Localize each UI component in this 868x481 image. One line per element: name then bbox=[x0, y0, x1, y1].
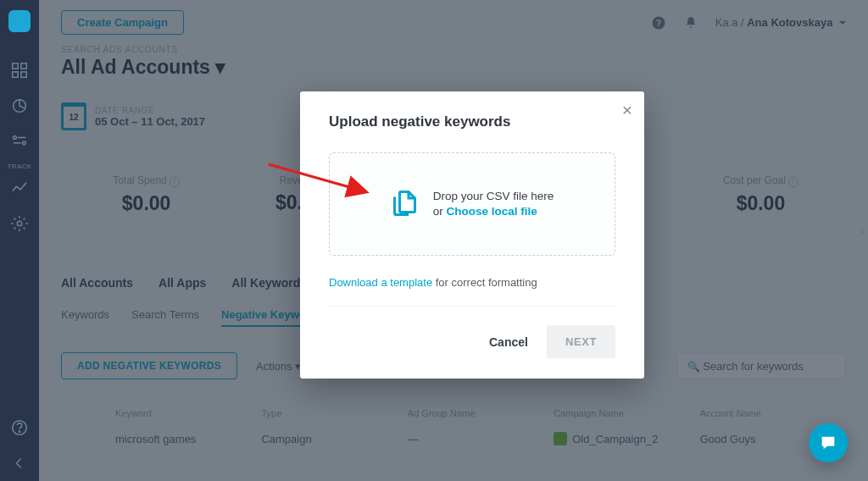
svg-point-11 bbox=[19, 431, 19, 432]
files-icon bbox=[391, 188, 421, 221]
chat-icon bbox=[819, 434, 837, 452]
upload-modal: × Upload negative keywords Drop your CSV… bbox=[300, 91, 644, 379]
next-button[interactable]: NEXT bbox=[547, 325, 615, 358]
nav-analytics-icon[interactable] bbox=[10, 97, 29, 115]
template-hint: Download a template for correct formatti… bbox=[329, 276, 615, 289]
svg-rect-2 bbox=[13, 72, 18, 77]
dropzone-text: Drop your CSV file here or Choose local … bbox=[433, 189, 554, 218]
nav-settings-icon[interactable] bbox=[10, 132, 29, 151]
nav-dashboard-icon[interactable] bbox=[10, 61, 29, 80]
app-logo[interactable] bbox=[8, 10, 31, 32]
svg-rect-1 bbox=[21, 64, 26, 69]
nav-collapse-icon[interactable] bbox=[10, 454, 29, 473]
dropzone[interactable]: Drop your CSV file here or Choose local … bbox=[329, 152, 615, 256]
svg-point-9 bbox=[17, 221, 22, 226]
modal-title: Upload negative keywords bbox=[329, 113, 615, 130]
choose-file-link[interactable]: Choose local file bbox=[446, 205, 537, 218]
chat-launcher[interactable] bbox=[809, 423, 848, 462]
divider bbox=[329, 306, 615, 307]
app-main: Create Campaign ? Ka.a / Ana Kotovskaya … bbox=[39, 0, 868, 481]
nav-track-icon[interactable] bbox=[10, 179, 29, 197]
svg-rect-3 bbox=[21, 72, 26, 77]
nav-help-icon[interactable] bbox=[10, 418, 29, 437]
svg-point-7 bbox=[23, 141, 26, 145]
modal-actions: Cancel NEXT bbox=[329, 325, 615, 358]
svg-point-5 bbox=[14, 136, 17, 140]
svg-rect-0 bbox=[13, 64, 18, 69]
nav-automate-icon[interactable] bbox=[10, 214, 29, 233]
nav-section-label: TRACK bbox=[7, 163, 31, 170]
download-template-link[interactable]: Download a template bbox=[329, 276, 432, 289]
cancel-button[interactable]: Cancel bbox=[489, 335, 528, 349]
nav-rail: TRACK bbox=[0, 0, 39, 481]
close-icon[interactable]: × bbox=[622, 100, 632, 120]
